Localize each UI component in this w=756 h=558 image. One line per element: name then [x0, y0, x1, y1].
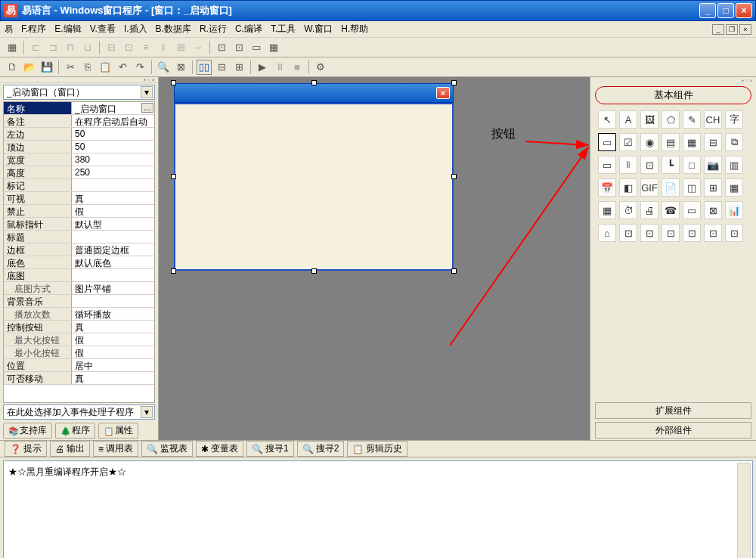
palette-item-23[interactable]: GIF	[640, 178, 658, 197]
resize-handle-ne[interactable]	[451, 80, 457, 85]
palette-item-30[interactable]: 🖨	[640, 201, 658, 219]
tab-hint[interactable]: ❓提示	[5, 441, 47, 457]
tab-order-icon[interactable]: ⊡	[214, 40, 229, 55]
mdi-restore-button[interactable]: ❐	[726, 24, 738, 35]
form-designer[interactable]: × 按钮	[159, 77, 590, 440]
property-value[interactable]: 50	[72, 141, 154, 153]
palette-item-21[interactable]: 📅	[598, 178, 616, 197]
tab-support-lib[interactable]: 📚支持库	[3, 423, 52, 439]
property-row[interactable]: 底图	[4, 269, 154, 282]
palette-item-15[interactable]: ⫴	[619, 156, 637, 174]
menu-window[interactable]: W.窗口	[300, 21, 336, 37]
tab-properties[interactable]: 📋属性	[98, 423, 138, 439]
property-row[interactable]: 背景音乐	[4, 295, 154, 308]
palette-item-13[interactable]: ⧉	[725, 133, 743, 151]
redo-icon[interactable]: ↷	[132, 60, 147, 75]
test-icon[interactable]: ▭	[249, 40, 264, 55]
menu-tools[interactable]: T.工具	[267, 21, 299, 37]
property-value[interactable]: 循环播放	[72, 308, 154, 320]
palette-item-20[interactable]: ▥	[725, 156, 743, 174]
property-row[interactable]: 底图方式图片平铺	[4, 282, 154, 295]
palette-item-34[interactable]: 📊	[725, 201, 743, 219]
design-form-close-icon[interactable]: ×	[436, 87, 450, 99]
menu-insert[interactable]: I.插入	[120, 21, 151, 37]
property-value[interactable]: 真	[72, 192, 154, 204]
resize-handle-n[interactable]	[311, 80, 317, 85]
menu-run[interactable]: R.运行	[196, 21, 231, 37]
palette-item-14[interactable]: ▭	[598, 156, 616, 174]
tab-extended-components[interactable]: 扩展组件	[595, 402, 751, 419]
tab-callstack[interactable]: ≡调用表	[93, 441, 138, 457]
tab-search2[interactable]: 🔍搜寻2	[297, 441, 345, 457]
close-button[interactable]: ×	[736, 3, 752, 18]
property-row[interactable]: 宽度380	[4, 153, 154, 166]
palette-item-6[interactable]: 字	[725, 110, 743, 129]
palette-item-4[interactable]: ✎	[683, 110, 701, 129]
property-value[interactable]: 图片平铺	[72, 282, 154, 294]
property-value[interactable]: 居中	[72, 359, 154, 371]
palette-item-12[interactable]: ⊟	[704, 133, 722, 151]
save-icon[interactable]: 💾	[39, 60, 54, 75]
palette-item-9[interactable]: ◉	[640, 133, 658, 151]
event-selector-combo[interactable]: 在此处选择加入事件处理子程序	[3, 405, 155, 420]
property-value[interactable]: 在程序启动后自动	[72, 115, 154, 127]
palette-item-24[interactable]: 📄	[662, 178, 680, 197]
new-icon[interactable]: 🗋	[5, 60, 20, 75]
property-row[interactable]: 控制按钮真	[4, 321, 154, 333]
property-grid[interactable]: 名称_启动窗口…备注在程序启动后自动左边50顶边50宽度380高度250标记可视…	[3, 101, 155, 403]
tab-external-components[interactable]: 外部组件	[595, 422, 751, 439]
menu-help[interactable]: H.帮助	[337, 21, 372, 37]
property-row[interactable]: 高度250	[4, 166, 154, 179]
palette-item-29[interactable]: ⏱	[619, 201, 637, 219]
dock-handle-right[interactable]: ▪ ▫ ×	[590, 77, 756, 83]
dock-handle[interactable]: ▪ ▫ ×	[0, 77, 158, 83]
property-value[interactable]: 假	[72, 333, 154, 346]
palette-item-7[interactable]: ▭	[598, 133, 616, 151]
property-row[interactable]: 边框普通固定边框	[4, 243, 154, 256]
resize-handle-e[interactable]	[451, 174, 457, 179]
tab-watch[interactable]: 🔍监视表	[141, 441, 193, 457]
tab-program[interactable]: 🌲程序	[55, 423, 95, 439]
grid-icon[interactable]: ▦	[5, 40, 20, 55]
close-win-icon[interactable]: ⊠	[173, 60, 188, 75]
palette-item-25[interactable]: ◫	[683, 178, 701, 197]
property-row[interactable]: 底色默认底色	[4, 256, 154, 269]
palette-item-31[interactable]: ☎	[662, 201, 680, 219]
property-value[interactable]	[72, 269, 154, 281]
tab-basic-components[interactable]: 基本组件	[595, 86, 751, 104]
property-value[interactable]: 真	[72, 372, 154, 384]
menu-database[interactable]: B.数据库	[152, 21, 195, 37]
open-icon[interactable]: 📂	[22, 60, 37, 75]
palette-item-22[interactable]: ◧	[619, 178, 637, 197]
property-value[interactable]: 默认底色	[72, 256, 154, 268]
property-value[interactable]	[72, 179, 154, 191]
property-value[interactable]: _启动窗口…	[72, 102, 154, 114]
resize-handle-sw[interactable]	[171, 268, 176, 274]
property-value[interactable]: 假	[72, 205, 154, 217]
property-row[interactable]: 可视真	[4, 192, 154, 205]
minimize-button[interactable]: _	[699, 3, 716, 18]
palette-item-16[interactable]: ⊡	[640, 156, 658, 174]
palette-item-40[interactable]: ⊡	[704, 224, 722, 242]
property-value[interactable]	[72, 231, 154, 243]
property-row[interactable]: 最小化按钮假	[4, 346, 154, 359]
palette-item-0[interactable]: ↖	[598, 110, 616, 129]
property-value[interactable]: 默认型	[72, 218, 154, 230]
palette-item-2[interactable]: 🖼	[640, 110, 658, 129]
palette-item-18[interactable]: □	[683, 156, 701, 174]
palette-item-3[interactable]: ⬠	[662, 110, 680, 129]
object-selector-combo[interactable]: _启动窗口（窗口）	[3, 85, 155, 100]
compile-icon[interactable]: ⚙	[313, 60, 328, 75]
mdi-min-button[interactable]: _	[712, 24, 724, 35]
palette-item-33[interactable]: ⊠	[704, 201, 722, 219]
layout3-icon[interactable]: ⊞	[231, 60, 246, 75]
tab-output[interactable]: 🖨输出	[50, 441, 90, 457]
layout2-icon[interactable]: ⊟	[214, 60, 229, 75]
design-form[interactable]: ×	[174, 83, 454, 271]
palette-item-8[interactable]: ☑	[619, 133, 637, 151]
menu-compile[interactable]: C.编译	[231, 21, 266, 37]
palette-item-10[interactable]: ▤	[662, 133, 680, 151]
property-row[interactable]: 播放次数循环播放	[4, 308, 154, 321]
tab-vars[interactable]: ✱变量表	[196, 441, 243, 457]
resize-handle-se[interactable]	[451, 268, 457, 274]
